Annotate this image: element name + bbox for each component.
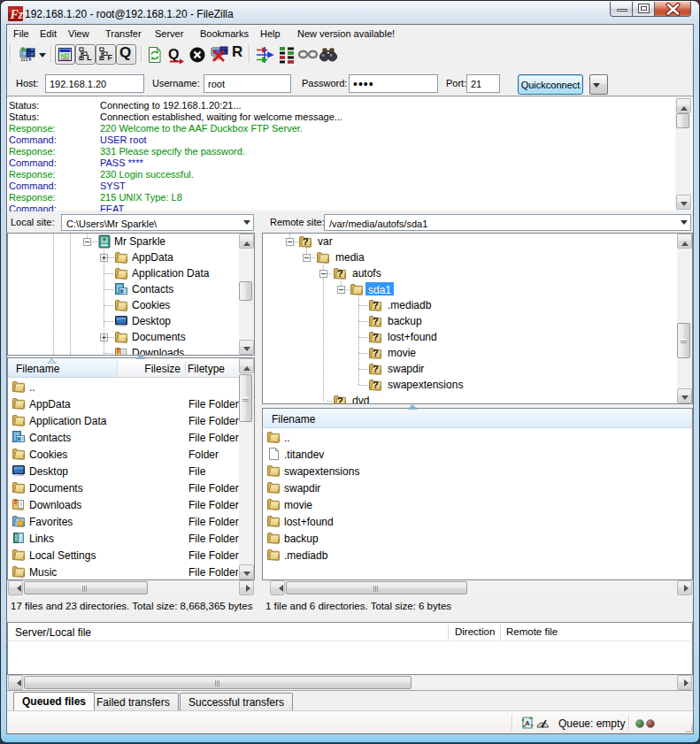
svg-text:Q: Q (168, 47, 179, 62)
svg-text:L: L (87, 53, 92, 62)
svg-text:F: F (108, 53, 113, 62)
